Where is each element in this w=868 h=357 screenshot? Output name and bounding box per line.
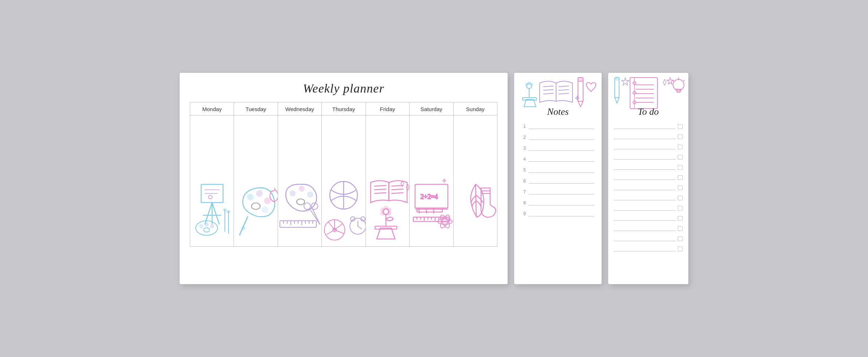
- note-number-6: 6: [521, 178, 526, 184]
- note-underline-1: [529, 124, 594, 129]
- todo-item-10: [614, 216, 683, 221]
- todo-checkbox-2[interactable]: [678, 134, 683, 139]
- todo-underline-11: [614, 226, 676, 231]
- note-underline-9: [529, 211, 594, 216]
- doodle-friday: [366, 173, 409, 246]
- svg-line-106: [559, 86, 569, 87]
- svg-line-59: [374, 189, 386, 190]
- note-line-8: 8: [521, 200, 594, 205]
- todo-underline-9: [614, 205, 676, 211]
- todo-underline-5: [614, 165, 676, 170]
- svg-line-51: [335, 224, 343, 230]
- day-monday: Monday: [190, 102, 234, 115]
- day-thursday: Thursday: [322, 102, 365, 115]
- day-body-thursday: [322, 115, 365, 247]
- svg-rect-110: [578, 78, 583, 81]
- svg-line-48: [335, 230, 344, 234]
- svg-line-50: [328, 221, 335, 230]
- note-underline-7: [529, 189, 594, 195]
- doodle-ball-bicycle-icon: [322, 173, 365, 246]
- day-sunday: Sunday: [454, 102, 497, 115]
- note-number-9: 9: [521, 211, 526, 216]
- note-number-2: 2: [521, 135, 526, 140]
- svg-point-70: [381, 208, 384, 212]
- todo-checkbox-8[interactable]: [678, 196, 683, 200]
- todo-item-6: [614, 175, 683, 180]
- svg-point-113: [615, 77, 619, 81]
- note-number-5: 5: [521, 168, 526, 173]
- todo-item-11: [614, 226, 683, 231]
- doodle-art-supplies-icon: [278, 173, 321, 246]
- main-container: Weekly planner Monday Tuesday Wednesday …: [180, 73, 688, 284]
- svg-point-69: [387, 212, 391, 215]
- todo-item-8: [614, 195, 683, 200]
- todo-checkbox-1[interactable]: [678, 124, 683, 129]
- svg-point-68: [387, 208, 391, 212]
- todo-underline-4: [614, 154, 676, 160]
- todo-underline-6: [614, 175, 676, 180]
- todo-item-1: [614, 124, 683, 129]
- todo-header: To do: [608, 73, 688, 120]
- note-number-1: 1: [521, 124, 526, 129]
- svg-line-105: [543, 93, 554, 94]
- svg-point-18: [257, 191, 262, 196]
- day-body-friday: [366, 115, 410, 247]
- todo-item-7: [614, 185, 683, 190]
- note-line-3: 3: [521, 146, 594, 151]
- todo-underline-1: [614, 124, 676, 129]
- doodle-sunday: [454, 173, 497, 246]
- todo-checkbox-10[interactable]: [678, 216, 683, 221]
- note-underline-5: [529, 168, 594, 173]
- svg-line-108: [559, 93, 569, 94]
- todo-checkbox-6[interactable]: [678, 175, 683, 180]
- svg-point-11: [210, 224, 214, 228]
- svg-point-25: [290, 191, 295, 196]
- note-underline-4: [529, 157, 594, 162]
- day-body-wednesday: [278, 115, 322, 247]
- todo-item-3: [614, 144, 683, 149]
- doodle-tuesday: [234, 173, 277, 246]
- note-line-1: 1: [521, 124, 594, 129]
- note-number-8: 8: [521, 200, 526, 205]
- notes-lines-container: 1 2 3 4 5 6 7: [514, 120, 602, 226]
- todo-item-9: [614, 205, 683, 211]
- svg-point-15: [223, 209, 226, 211]
- svg-line-60: [374, 193, 386, 193]
- svg-line-104: [543, 90, 554, 90]
- note-underline-6: [529, 178, 594, 184]
- todo-lines-container: [608, 120, 688, 260]
- svg-line-2: [212, 203, 219, 224]
- todo-item-4: [614, 154, 683, 160]
- todo-underline-8: [614, 195, 676, 200]
- day-body-sunday: [454, 115, 497, 247]
- doodle-chalkboard-atom-icon: 2+2=4: [410, 173, 453, 246]
- todo-checkbox-4[interactable]: [678, 155, 683, 160]
- todo-checkbox-11[interactable]: [678, 226, 683, 231]
- day-saturday: Saturday: [410, 102, 453, 115]
- todo-checkbox-7[interactable]: [678, 185, 683, 190]
- todo-checkbox-12[interactable]: [678, 236, 683, 241]
- svg-point-27: [308, 192, 313, 197]
- day-body-monday: [190, 115, 234, 247]
- todo-card: To do: [608, 73, 688, 284]
- doodle-book-plant-icon: [366, 173, 409, 246]
- note-number-7: 7: [521, 189, 526, 195]
- svg-point-12: [204, 228, 210, 232]
- todo-underline-12: [614, 236, 676, 241]
- svg-line-128: [683, 80, 685, 81]
- todo-checkbox-9[interactable]: [678, 206, 683, 211]
- svg-point-23: [242, 227, 245, 230]
- day-friday: Friday: [366, 102, 410, 115]
- svg-line-58: [374, 185, 386, 186]
- svg-point-16: [227, 211, 230, 213]
- todo-checkbox-13[interactable]: [678, 247, 683, 251]
- doodle-monday: [190, 173, 234, 246]
- notes-header: Notes: [514, 73, 602, 120]
- todo-checkbox-3[interactable]: [678, 145, 683, 149]
- weekly-planner-card: Weekly planner Monday Tuesday Wednesday …: [180, 73, 508, 284]
- note-number-3: 3: [521, 146, 526, 151]
- todo-underline-3: [614, 144, 676, 149]
- notes-card: Notes 1 2 3 4 5 6: [514, 73, 602, 284]
- svg-point-100: [530, 83, 533, 86]
- todo-checkbox-5[interactable]: [678, 165, 683, 170]
